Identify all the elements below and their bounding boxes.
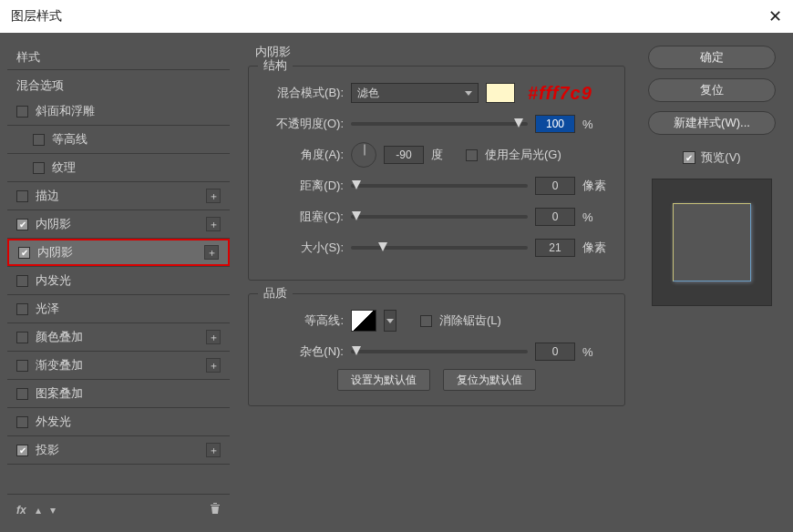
preview-swatch	[673, 203, 751, 281]
size-slider[interactable]	[351, 246, 528, 250]
effect-checkbox[interactable]	[16, 303, 28, 315]
contour-field: 等高线: 消除锯齿(L)	[263, 307, 610, 334]
add-effect-icon[interactable]: ＋	[206, 330, 221, 344]
sidebar-item-11[interactable]: 外发光	[7, 408, 230, 435]
angle-unit: 度	[431, 147, 458, 163]
effect-checkbox[interactable]	[16, 190, 28, 202]
preview-label: 预览(V)	[701, 149, 740, 166]
add-effect-icon[interactable]: ＋	[206, 189, 221, 203]
effect-checkbox[interactable]: ✔	[16, 445, 28, 456]
contour-dropdown[interactable]	[384, 310, 396, 332]
effect-checkbox[interactable]	[33, 162, 45, 174]
blend-mode-value: 滤色	[357, 86, 379, 101]
sidebar-item-0[interactable]: 斜面和浮雕	[7, 97, 230, 125]
effect-checkbox[interactable]	[16, 275, 28, 287]
add-effect-icon[interactable]: ＋	[206, 358, 221, 373]
effect-checkbox[interactable]	[16, 388, 28, 400]
global-light-checkbox[interactable]	[466, 149, 478, 161]
antialias-checkbox[interactable]	[420, 315, 432, 327]
distance-unit: 像素	[582, 178, 610, 194]
size-input[interactable]: 21	[535, 239, 575, 257]
fx-menu-icon[interactable]: fx	[16, 504, 26, 517]
noise-field: 杂色(N): 0 %	[263, 338, 610, 365]
effect-label: 光泽	[36, 301, 221, 317]
effect-checkbox[interactable]	[16, 106, 28, 118]
sidebar-item-2[interactable]: 纹理	[7, 154, 230, 181]
noise-slider[interactable]	[351, 350, 528, 353]
structure-group: 结构 混合模式(B): 滤色 #fff7c9 不透明度(O): 100 %	[248, 66, 625, 281]
effect-label: 投影	[36, 442, 206, 458]
cancel-button[interactable]: 复位	[648, 78, 776, 102]
angle-dial[interactable]	[351, 142, 376, 168]
angle-field: 角度(A): -90 度 使用全局光(G)	[263, 141, 610, 169]
effect-checkbox[interactable]	[16, 360, 28, 372]
chevron-down-icon	[386, 319, 394, 323]
blending-options-header[interactable]: 混合选项	[7, 70, 230, 97]
effect-label: 纹理	[52, 159, 221, 176]
sidebar-item-4[interactable]: ✔内阴影＋	[7, 210, 230, 238]
effect-checkbox[interactable]	[16, 332, 28, 343]
dialog-body: 样式 混合选项 斜面和浮雕等高线纹理描边＋✔内阴影＋✔内阴影＋内发光光泽颜色叠加…	[0, 33, 793, 532]
sidebar-item-1[interactable]: 等高线	[7, 126, 230, 153]
contour-label: 等高线:	[263, 312, 344, 329]
opacity-slider[interactable]	[351, 122, 528, 126]
choke-input[interactable]: 0	[535, 208, 575, 226]
sidebar-item-12[interactable]: ✔投影＋	[7, 436, 230, 464]
effect-label: 描边	[36, 188, 206, 204]
global-light-label: 使用全局光(G)	[485, 147, 561, 163]
sidebar-footer: fx ▴ ▾	[7, 494, 230, 525]
effect-label: 内阴影	[36, 216, 206, 232]
layer-style-dialog: 图层样式 ✕ 样式 混合选项 斜面和浮雕等高线纹理描边＋✔内阴影＋✔内阴影＋内发…	[0, 0, 793, 532]
chevron-down-icon	[465, 91, 472, 96]
distance-input[interactable]: 0	[535, 177, 575, 195]
close-icon[interactable]: ✕	[768, 6, 782, 26]
arrow-down-icon[interactable]: ▾	[50, 504, 56, 517]
add-effect-icon[interactable]: ＋	[206, 443, 221, 457]
effect-checkbox[interactable]	[16, 416, 28, 428]
effect-label: 斜面和浮雕	[36, 103, 221, 119]
antialias-label: 消除锯齿(L)	[439, 312, 501, 329]
noise-input[interactable]: 0	[535, 343, 575, 361]
styles-header[interactable]: 样式	[7, 42, 230, 69]
effect-label: 图案叠加	[36, 385, 221, 402]
reset-default-button[interactable]: 复位为默认值	[443, 369, 536, 391]
blend-mode-label: 混合模式(B):	[263, 85, 344, 101]
color-swatch[interactable]	[486, 83, 515, 103]
sidebar-item-10[interactable]: 图案叠加	[7, 380, 230, 407]
color-annotation: #fff7c9	[528, 83, 592, 104]
effect-label: 渐变叠加	[36, 357, 206, 373]
structure-label: 结构	[258, 57, 293, 74]
preview-toggle[interactable]: ✔ 预览(V)	[683, 149, 740, 166]
distance-slider[interactable]	[351, 184, 528, 188]
effect-label: 外发光	[36, 414, 221, 430]
title-bar: 图层样式 ✕	[0, 0, 793, 33]
sidebar-item-9[interactable]: 渐变叠加＋	[7, 352, 230, 379]
opacity-label: 不透明度(O):	[263, 116, 344, 132]
sidebar-item-3[interactable]: 描边＋	[7, 182, 230, 210]
trash-icon[interactable]	[210, 502, 221, 517]
ok-button[interactable]: 确定	[648, 46, 776, 69]
arrow-up-icon[interactable]: ▴	[36, 504, 41, 517]
window-title: 图层样式	[11, 8, 62, 25]
contour-picker[interactable]	[351, 310, 376, 332]
choke-unit: %	[582, 210, 610, 224]
angle-input[interactable]: -90	[384, 146, 424, 164]
effect-checkbox[interactable]: ✔	[18, 247, 30, 259]
make-default-button[interactable]: 设置为默认值	[337, 369, 430, 391]
preview-checkbox[interactable]: ✔	[683, 151, 695, 164]
sidebar-item-7[interactable]: 光泽	[7, 295, 230, 322]
choke-slider[interactable]	[351, 215, 528, 219]
sidebar-item-5[interactable]: ✔内阴影＋	[7, 239, 230, 266]
blend-mode-select[interactable]: 滤色	[351, 83, 479, 103]
sidebar-item-8[interactable]: 颜色叠加＋	[7, 323, 230, 351]
new-style-button[interactable]: 新建样式(W)...	[648, 111, 776, 135]
add-effect-icon[interactable]: ＋	[204, 245, 219, 260]
effect-checkbox[interactable]: ✔	[16, 219, 28, 230]
panel-title: 内阴影	[242, 42, 631, 66]
effect-checkbox[interactable]	[33, 134, 45, 146]
opacity-input[interactable]: 100	[535, 115, 575, 133]
size-field: 大小(S): 21 像素	[263, 234, 610, 261]
sidebar-item-6[interactable]: 内发光	[7, 267, 230, 294]
add-effect-icon[interactable]: ＋	[206, 217, 221, 231]
default-buttons-row: 设置为默认值 复位为默认值	[263, 369, 610, 391]
